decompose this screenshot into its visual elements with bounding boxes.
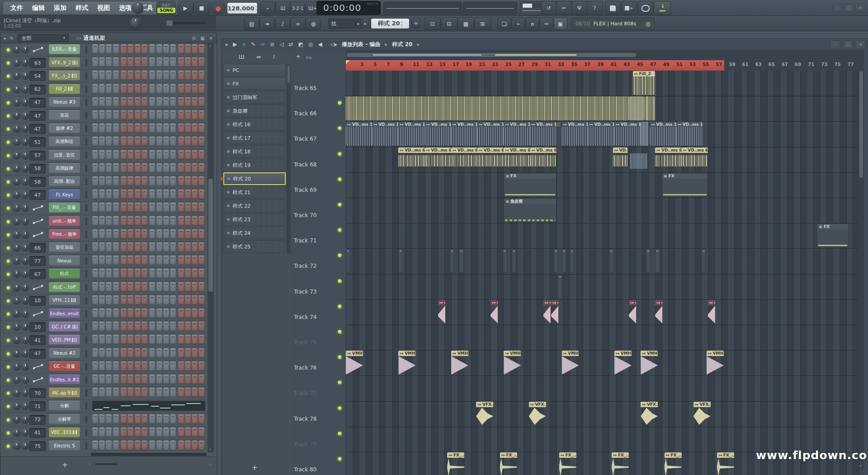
step-cell[interactable] [99, 388, 105, 398]
step-cell[interactable] [149, 190, 155, 200]
step-cell[interactable] [163, 282, 169, 292]
step-cell[interactable] [156, 110, 162, 120]
close-icon[interactable]: × [209, 36, 213, 41]
step-cell[interactable] [185, 361, 191, 371]
pattern-item[interactable]: ≡样式 17 [223, 132, 286, 144]
step-cell[interactable] [163, 124, 169, 133]
step-cell[interactable] [178, 203, 184, 213]
track-lane[interactable] [346, 96, 864, 122]
playlist-clip[interactable]: ↦ VD..ms 1 [398, 122, 425, 146]
channel-led[interactable] [6, 259, 11, 264]
channel-led[interactable] [6, 338, 11, 343]
step-cell[interactable] [156, 414, 162, 424]
step-cell[interactable] [113, 203, 119, 213]
step-cell[interactable] [135, 428, 141, 437]
playlist-clip[interactable]: ↦ VMH..006 [451, 351, 468, 375]
step-cell[interactable] [135, 322, 141, 332]
channel-name-button[interactable]: 柱式 [49, 269, 80, 279]
step-cell[interactable] [121, 44, 127, 54]
step-cell[interactable] [170, 150, 176, 160]
channel-name-button[interactable]: Nexus #3 [49, 97, 80, 107]
channel-led[interactable] [6, 166, 11, 171]
step-cell[interactable] [142, 97, 147, 107]
step-cell[interactable] [127, 309, 133, 318]
track-lane[interactable] [346, 325, 864, 351]
playlist-clip[interactable]: ↦ VD..ms 1 [504, 122, 530, 146]
step-cell[interactable] [99, 282, 105, 292]
playlist-clip[interactable]: ↦ FX_..es_2 [665, 452, 682, 475]
step-cell[interactable] [192, 176, 198, 186]
step-cell[interactable] [163, 216, 169, 226]
channel-mixer-number[interactable]: 58 [29, 164, 46, 174]
step-cell[interactable] [149, 110, 155, 120]
step-cell[interactable] [149, 309, 155, 318]
playlist-clip[interactable]: ↦ VD..ms 6 [451, 147, 477, 171]
step-cell[interactable] [121, 295, 127, 305]
pitch-slider[interactable] [165, 22, 205, 24]
channel-name-button[interactable]: Fill_..- 音量 [49, 203, 80, 213]
step-cell[interactable] [92, 44, 98, 54]
step-cell[interactable] [127, 57, 133, 67]
channel-mixer-number[interactable]: 41 [29, 428, 46, 438]
delete-icon[interactable]: ⊘ [270, 41, 274, 48]
track-lane[interactable]: ≡ 急促擦 [346, 198, 864, 223]
playlist-clip[interactable]: ↦ VD..ms 6 [530, 147, 557, 171]
step-cell[interactable] [127, 84, 133, 94]
brush-icon[interactable]: ✑ [260, 41, 265, 48]
playlist-clip[interactable]: ≡ [554, 249, 558, 273]
step-cell[interactable] [127, 150, 133, 160]
step-cell[interactable] [198, 428, 204, 437]
step-cell[interactable] [178, 110, 184, 120]
playlist-clip[interactable]: ↦ VD..ms 6 [655, 147, 681, 171]
step-cell[interactable] [156, 124, 162, 133]
step-cell[interactable] [113, 335, 119, 345]
step-cell[interactable] [142, 348, 147, 358]
step-cell[interactable] [178, 309, 184, 318]
snap-selector[interactable]: 线▸ [328, 19, 363, 28]
track-header[interactable]: Track 74 [292, 312, 346, 337]
step-cell[interactable] [192, 375, 198, 385]
step-cell[interactable] [99, 295, 105, 305]
song-label[interactable]: SONG [157, 8, 175, 13]
step-cell[interactable] [113, 309, 119, 318]
copy-button[interactable]: ❏ [497, 18, 511, 30]
channel-led[interactable] [6, 325, 11, 330]
step-cell[interactable] [163, 71, 169, 81]
step-cell[interactable] [185, 282, 191, 292]
track-header[interactable]: Track 73 [292, 286, 346, 312]
layout-icon[interactable]: ▦ [200, 36, 204, 41]
restore-button[interactable]: ▢ [844, 4, 854, 12]
playlist-clip[interactable] [630, 147, 647, 171]
step-cell[interactable] [185, 322, 191, 332]
playlist-clip[interactable]: ↦ ↦ [543, 300, 551, 324]
channel-pan-knob[interactable] [13, 125, 20, 132]
step-cell[interactable] [198, 242, 204, 252]
track-lane[interactable]: ↦ VD..ms 1↦ VD..ms 1↦ VD..ms 1↦ VD..ms 1… [346, 121, 864, 147]
step-cell[interactable] [170, 84, 176, 94]
step-cell[interactable] [113, 163, 119, 173]
step-cell[interactable] [142, 282, 147, 292]
zoom-icon[interactable]: ◎ [308, 41, 313, 48]
channel-mixer-number[interactable]: 75 [29, 441, 46, 451]
step-cell[interactable] [163, 203, 169, 213]
track-led[interactable] [337, 431, 342, 436]
step-cell[interactable] [192, 150, 198, 160]
step-cell[interactable] [99, 110, 105, 120]
pattern-item[interactable]: ≡样式 20 [223, 172, 286, 185]
save-button[interactable] [605, 1, 621, 15]
step-cell[interactable] [92, 110, 98, 120]
pattern-item[interactable]: ≡过门混响军 [223, 91, 286, 104]
playlist-clip[interactable]: ↦ VMH..006 [346, 351, 363, 375]
playlist-clip[interactable]: ↦ VFX..9_2 [641, 402, 658, 426]
step-cell[interactable] [170, 441, 176, 451]
step-cell[interactable] [113, 150, 119, 160]
playlist-clip[interactable]: ↦ ↦ [491, 300, 498, 324]
step-cell[interactable] [192, 348, 198, 358]
step-cell[interactable] [106, 124, 112, 133]
step-cell[interactable] [170, 137, 176, 147]
channel-pan-knob[interactable] [13, 323, 20, 330]
track-led[interactable] [337, 228, 342, 233]
playlist-clip[interactable]: ↦ VMH..006 [614, 351, 632, 375]
patterns-tab-icon[interactable]: Ш [239, 54, 245, 60]
step-cell[interactable] [113, 295, 119, 305]
